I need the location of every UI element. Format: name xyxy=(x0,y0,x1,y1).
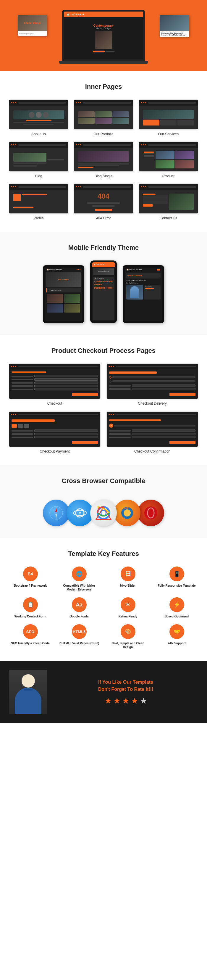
feature-icon-retina: 👁 xyxy=(121,597,136,612)
tablet-right-category: Product Category xyxy=(128,275,142,277)
list-item: 🎨 Neat, Simple and Clean Design xyxy=(106,624,149,649)
page-thumb-blog xyxy=(9,142,68,172)
page-thumb-blog-single xyxy=(74,142,133,172)
hero-laptop-subtitle: Modern Designs xyxy=(93,27,114,29)
feature-icon-design: 🎨 xyxy=(121,624,136,639)
page-thumb-contact xyxy=(139,183,198,214)
page-label-product: Product xyxy=(162,174,174,178)
firefox-icon xyxy=(114,500,141,526)
feature-title-responsive: Fully Responsive Template xyxy=(158,584,196,587)
tablet-right-newstyle: New Style xyxy=(145,286,160,288)
checkout-thumb-2 xyxy=(106,363,198,399)
mobile-devices-row: 🏠 INTERIOR Land Our Services Our Special… xyxy=(9,261,198,323)
feature-icon-seo: SEO xyxy=(23,624,38,639)
tablet-left-spec: Our Specializations xyxy=(48,290,61,291)
hero-left-card-title: Interior Design xyxy=(24,21,42,25)
hero-laptop: 🏠 INTERIOR Land Contemporary Modern Desi… xyxy=(59,10,148,64)
checkout-label-1: Checkout xyxy=(47,401,62,406)
tablet-left: 🏠 INTERIOR Land Our Services Our Special… xyxy=(43,265,84,323)
page-thumb-product xyxy=(139,142,198,172)
page-label-404: 404 Error xyxy=(96,216,111,220)
page-label-portfolio: Our Portfolio xyxy=(93,132,113,136)
browser-icons-row: e xyxy=(43,500,164,526)
star-3: ★ xyxy=(122,696,130,706)
feature-icon-contact: 📋 xyxy=(23,597,38,612)
laptop-base xyxy=(59,60,148,64)
list-item: About Us xyxy=(9,99,68,136)
feature-title-google-fonts: Google Fonts xyxy=(70,614,88,618)
footer-person-image xyxy=(9,670,47,714)
list-item: HTML5 7 HTML5 Valid Pages (CSS3) xyxy=(58,624,101,649)
opera-icon xyxy=(137,500,164,526)
checkout-thumb-1 xyxy=(9,363,101,399)
hero-section: Interior Design Transform your space 🏠 I… xyxy=(0,0,207,71)
list-item: ✓ Checkout Confirmation xyxy=(106,411,198,453)
feature-title-html5: 7 HTML5 Valid Pages (CSS3) xyxy=(59,641,100,645)
page-thumb-404: 404 xyxy=(74,183,133,214)
checkout-section: Product Checkout Process Pages xyxy=(0,335,207,465)
list-item: Blog xyxy=(9,142,68,178)
feature-title-seo: SEO Friendly & Clean Code xyxy=(11,641,50,645)
list-item: 🤝 24/7 Support xyxy=(155,624,198,649)
list-item: Checkout Payment xyxy=(9,411,101,453)
svg-marker-4 xyxy=(55,514,57,518)
page-thumb-services xyxy=(139,99,198,130)
page-label-profile: Profile xyxy=(34,216,44,220)
list-item: Blog Single xyxy=(74,142,133,178)
checkout-label-2: Checkout Delivery xyxy=(138,401,166,406)
checkout-section-title: Product Checkout Process Pages xyxy=(9,347,198,355)
feature-title-retina: Retina Ready xyxy=(119,614,137,618)
phone-center-logo: 🏠 INTERIOR xyxy=(93,263,104,266)
checkout-label-3: Checkout Payment xyxy=(40,449,70,453)
tablet-right-sort: Sort by Relevance xyxy=(126,282,161,284)
hero-left-card-text: Transform your space xyxy=(19,33,46,35)
feature-title-design: Neat, Simple and Clean Design xyxy=(106,641,149,649)
list-item: 🌐 Compatible With Major Modern Browsers xyxy=(58,566,101,591)
star-2: ★ xyxy=(113,696,121,706)
list-item: Checkout Delivery xyxy=(106,363,198,406)
footer-cta-line2: Don't Forget To Rate It!!! xyxy=(98,687,153,692)
page-label-contact: Contact Us xyxy=(160,216,177,220)
stars-row: ★ ★ ★ ★ ★ xyxy=(104,696,147,706)
feature-title-support: 24/7 Support xyxy=(167,641,186,645)
list-item: SEO SEO Friendly & Clean Code xyxy=(9,624,52,649)
feature-icon-html5: HTML5 xyxy=(72,624,87,639)
chrome-icon xyxy=(90,500,117,526)
mobile-section-title: Mobile Friendly Theme xyxy=(9,244,198,251)
browser-section-title: Cross Browser Compatible xyxy=(62,477,145,485)
mobile-section: Mobile Friendly Theme 🏠 INTERIOR Land Ou… xyxy=(0,232,207,335)
tablet-right-screen: 🏠 INTERIOR Land Product Category You're … xyxy=(125,267,162,321)
svg-point-13 xyxy=(123,509,131,517)
hero-brand-sub: Land xyxy=(86,13,93,16)
pages-grid: About Us xyxy=(9,99,198,220)
hero-right-card: Capturing The Essence Of Home In Ultra M… xyxy=(160,15,189,37)
list-item: Our Services xyxy=(139,99,198,136)
feature-icon-google-fonts: Aa xyxy=(72,597,87,612)
feature-icon-responsive: 📱 xyxy=(169,566,184,581)
list-item: 👁 Retina Ready xyxy=(106,597,149,618)
hero-laptop-container: Interior Design Transform your space 🏠 I… xyxy=(6,9,201,65)
hero-right-card-title: Capturing The Essence Of Home In Ultra M… xyxy=(161,32,188,36)
page-label-about: About Us xyxy=(32,132,46,136)
list-item: Our Portfolio xyxy=(74,99,133,136)
page-label-services: Our Services xyxy=(158,132,179,136)
features-section-title: Template Key Features xyxy=(9,550,198,558)
page-thumb-portfolio xyxy=(74,99,133,130)
feature-icon-bootstrap: B4 xyxy=(23,566,38,581)
tablet-right-sublabel: You're Looking For Everything xyxy=(126,279,161,281)
feature-title-browsers: Compatible With Major Modern Browsers xyxy=(58,584,101,591)
hero-laptop-title: Contemporary xyxy=(93,24,114,27)
safari-icon xyxy=(43,500,70,526)
star-5: ★ xyxy=(140,696,147,706)
browser-section: Cross Browser Compatible e xyxy=(0,465,207,538)
checkout-thumb-4: ✓ xyxy=(106,411,198,447)
feature-title-slider: Nivo Slider xyxy=(120,584,136,587)
tablet-left-menu-label: Our Services xyxy=(58,279,69,281)
ie-icon: e xyxy=(66,500,93,526)
svg-point-14 xyxy=(144,506,157,519)
tablet-right: 🏠 INTERIOR Land Product Category You're … xyxy=(123,265,164,323)
svg-text:e: e xyxy=(79,511,81,515)
feature-title-bootstrap: Bootstrap 4 Framework xyxy=(14,584,47,587)
feature-icon-browsers: 🌐 xyxy=(72,566,87,581)
checkout-label-4: Checkout Confirmation xyxy=(134,449,170,453)
